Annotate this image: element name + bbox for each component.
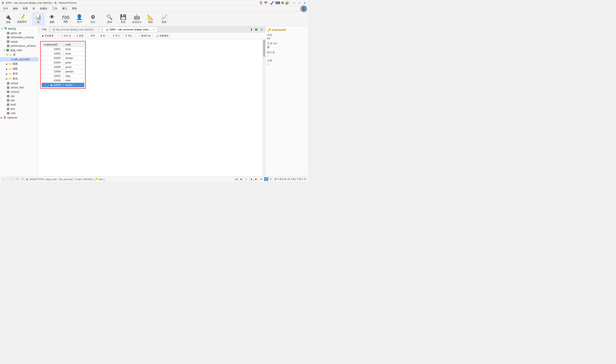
cell-employeeid[interactable]: 10002 [42, 52, 63, 56]
form-view-button[interactable]: ⊟ [269, 177, 273, 181]
filter-button[interactable]: ⊘ 筛选 [74, 34, 85, 38]
tick-button[interactable]: ✓ [11, 177, 14, 181]
sidebar-item-text[interactable]: text [0, 107, 38, 111]
menu-help[interactable]: 帮助 [70, 6, 79, 11]
sidebar-item-user[interactable]: user [0, 111, 38, 115]
import-button[interactable]: ⬇ 导入 [111, 34, 122, 38]
sidebar-item-func-folder[interactable]: ▶ 📁 函数 [0, 66, 38, 71]
table-row[interactable]: 10008shier [42, 78, 84, 83]
window-controls[interactable]: — □ ✕ [293, 1, 306, 5]
menu-favorites[interactable]: 收藏夹 [38, 6, 50, 11]
cell-employeeid[interactable]: 10006 [42, 69, 63, 74]
cell-code[interactable]: rensan [63, 56, 84, 60]
table-row[interactable]: 10006yansan [42, 69, 84, 74]
refresh-button[interactable]: ↺ [20, 177, 24, 181]
cell-code[interactable]: yansan [63, 69, 84, 74]
first-page-button[interactable]: |◀ [234, 177, 238, 181]
table-row[interactable]: 10003rensan [42, 56, 84, 60]
sidebar-item-info-schema[interactable]: information_schema [0, 35, 38, 39]
menu-view[interactable]: 查看 [21, 6, 30, 11]
minimize-button[interactable]: — [293, 1, 296, 5]
sidebar-item-test1[interactable]: test1 [0, 103, 38, 107]
backup-button[interactable]: 💾 备份 [117, 13, 130, 26]
info-icon[interactable]: ℹ [250, 27, 253, 32]
page-settings-icon[interactable]: ⚙ [260, 178, 262, 181]
table-row[interactable]: 10001renyi [42, 47, 84, 52]
sidebar-item-school-find[interactable]: school_find [0, 85, 38, 90]
menu-edit[interactable]: 编辑 [11, 6, 20, 11]
sidebar-item-test[interactable]: test [0, 98, 38, 103]
cell-employeeid[interactable]: 10005 [42, 65, 63, 69]
sidebar-item-query-folder[interactable]: ▶ 📁 查询 [0, 71, 38, 76]
remove-row-button[interactable]: − [6, 178, 9, 181]
menu-window[interactable]: 窗口 [60, 6, 69, 11]
autorun-button[interactable]: 🤖 自动运行 [130, 13, 143, 26]
other-button[interactable]: ⚙ 其它 [87, 13, 99, 26]
cell-employeeid[interactable]: 10003 [42, 56, 63, 60]
cell-code[interactable]: shiyi [63, 74, 84, 78]
cell-code[interactable]: yaner [63, 65, 84, 69]
sidebar-item-table-folder[interactable]: ▼ 📁 表 [0, 52, 38, 57]
tab-table-data[interactable]: 📊 100% -- tab_accounts @qtqq_main ... ✕ [103, 27, 157, 32]
cell-code[interactable]: renyi [63, 47, 84, 52]
begin-transaction-button[interactable]: ▶ 开始事务 [40, 34, 56, 38]
next-page-button[interactable]: ▶ [250, 177, 254, 181]
stop-button[interactable]: ■ [25, 178, 29, 181]
model-button[interactable]: 📐 模型 [144, 13, 157, 26]
sidebar-item-game-db[interactable]: game_db [0, 31, 38, 35]
close-button[interactable]: ✕ [303, 1, 306, 5]
cell-code[interactable]: yanyi [63, 60, 84, 65]
add-row-button[interactable]: + [2, 178, 5, 181]
grid-view-button[interactable]: ⊞ [264, 177, 268, 181]
sort-button[interactable]: ↕ 排序 [87, 34, 97, 38]
sidebar-item-backup-folder[interactable]: ▶ 📁 备份 [0, 76, 38, 81]
tab-close-icon[interactable]: ✕ [97, 28, 99, 31]
function-button[interactable]: ƒ(x) 函数 [59, 13, 72, 26]
scrollbar[interactable] [263, 39, 265, 176]
cell-code[interactable]: shisan [63, 83, 84, 87]
user-button[interactable]: 👤 用户 [73, 13, 86, 26]
scrollbar-thumb[interactable] [263, 40, 265, 57]
cell-employeeid[interactable]: 10007 [42, 74, 63, 78]
datagen-button[interactable]: ⚡ 数据生成 [136, 34, 152, 38]
cell-code[interactable]: rener [63, 52, 84, 56]
menu-file[interactable]: 文件 [1, 6, 10, 11]
connect-button[interactable]: 🔌 连接 [2, 13, 14, 26]
last-page-button[interactable]: ▶| [254, 177, 259, 181]
menu-table[interactable]: 表 [30, 6, 37, 11]
sidebar-item-view-folder[interactable]: ▶ 📁 视图 [0, 62, 38, 66]
sidebar-item-mysql[interactable]: ▼ 🐬 MySQL [0, 26, 38, 31]
table-row[interactable]: ▶ 10009shisan [42, 83, 84, 87]
query-button[interactable]: 🔍 查询 [103, 13, 116, 26]
table-row[interactable]: 10005yaner [42, 65, 84, 69]
grid-icon[interactable]: ⊞ [254, 27, 259, 32]
table-row[interactable]: 10004yanyi [42, 60, 84, 65]
sidebar-item-perf-schema[interactable]: performance_schema [0, 44, 38, 48]
cell-employeeid[interactable]: 10004 [42, 60, 63, 65]
cell-code[interactable]: shier [63, 78, 84, 83]
cell-employeeid[interactable]: ▶ 10009 [42, 83, 63, 87]
tab-table-query[interactable]: ▤ tab_accounts @qtqq_main (MySQL)... ✕ [50, 27, 102, 32]
sidebar-item-school[interactable]: school [0, 81, 38, 85]
page-number-input[interactable] [243, 178, 249, 181]
table-button[interactable]: 📊 表 [32, 13, 45, 26]
create-chart-button[interactable]: 📊 创建图表 [154, 34, 171, 38]
new-query-button[interactable]: 📝 新建查询 [15, 13, 28, 26]
sidebar-item-qtqq-main[interactable]: ▼ qtqq_main [0, 48, 38, 52]
menu-tools[interactable]: 工具 [50, 6, 59, 11]
cross-button[interactable]: ✕ [15, 177, 19, 181]
layout-icon[interactable]: ⊟ [259, 27, 264, 32]
tab-data-close-icon[interactable]: ✕ [153, 28, 155, 31]
column-button[interactable]: ⊞ 列 [98, 34, 107, 38]
sidebar-item-school1[interactable]: school1 [0, 90, 38, 94]
sidebar-item-mysql-db[interactable]: mysql [0, 39, 38, 44]
maximize-button[interactable]: □ [298, 1, 301, 5]
table-row[interactable]: 10002rener [42, 52, 84, 56]
cell-employeeid[interactable]: 10008 [42, 78, 63, 83]
sidebar-item-sys[interactable]: sys [0, 94, 38, 98]
view-button[interactable]: 👁 视图 [46, 13, 58, 26]
cell-employeeid[interactable]: 10001 [42, 47, 63, 52]
chart-button[interactable]: 📈 图表 [158, 13, 171, 26]
export-button[interactable]: ⬆ 导出 [123, 34, 134, 38]
text-button[interactable]: T 文本 ▼ [59, 34, 73, 38]
